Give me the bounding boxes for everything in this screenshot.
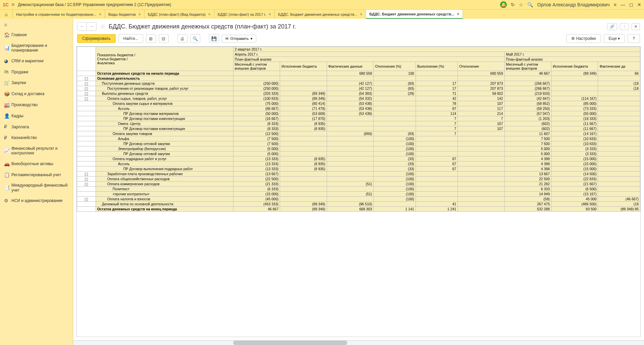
- sidebar-item-4[interactable]: 🛒Закупки: [0, 77, 73, 88]
- forward-button[interactable]: →: [87, 22, 96, 30]
- send-button[interactable]: ✉ Отправить ▾: [222, 35, 257, 43]
- collapse-box-icon[interactable]: −: [85, 87, 88, 90]
- table-row[interactable]: <прочие контрагенты>(15 000)(51)(100)14 …: [77, 192, 640, 197]
- table-row[interactable]: Остаток денежных средств на конец период…: [77, 207, 640, 212]
- sidebar-item-14[interactable]: ⚙НСИ и администрирование: [0, 195, 73, 206]
- sidebar-item-8[interactable]: ₽Зарплата: [0, 121, 73, 132]
- sidebar-item-11[interactable]: 🚗Внеоборотные активы: [0, 158, 73, 169]
- table-row[interactable]: ПР Договор поставки комплектующих(8 333)…: [77, 126, 640, 131]
- table-row[interactable]: Остаток денежных средств на начало перио…: [77, 71, 640, 76]
- table-row[interactable]: Оплата подрядных работ и услуг(13 333)(8…: [77, 156, 640, 161]
- menu-lines-icon[interactable]: ≡: [614, 2, 616, 7]
- table-row[interactable]: −Оплата сырья, товаров, работ, услуг(100…: [77, 96, 640, 101]
- sidebar-item-7[interactable]: 👤Кадры: [0, 111, 73, 122]
- user-name[interactable]: Орлов Александр Владимирович: [537, 2, 609, 7]
- help-button[interactable]: ?: [628, 34, 640, 43]
- collapse-box-icon[interactable]: −: [85, 77, 88, 80]
- more-button[interactable]: Еще ▾: [604, 34, 625, 43]
- table-row[interactable]: ПР Договор оптовой закупки(7 500)(100)7 …: [77, 141, 640, 146]
- report-area[interactable]: Показатель бюджетов / Статья бюджетов / …: [76, 46, 641, 337]
- table-row[interactable]: Альфа(7 500)(100)7 500(10 833): [77, 136, 640, 141]
- search-icon[interactable]: 🔍: [527, 2, 533, 7]
- save-icon[interactable]: 💾: [209, 34, 219, 43]
- collapse-box-icon[interactable]: −: [85, 198, 88, 201]
- table-row[interactable]: ПР Договор выполнения подрядных работ(13…: [77, 166, 640, 171]
- close-icon[interactable]: ✕: [637, 2, 641, 7]
- table-row[interactable]: −Выплаты денежных средств(203 333)(89 34…: [77, 91, 640, 96]
- bell-icon[interactable]: 🔔: [500, 1, 507, 8]
- preview-icon[interactable]: 🔍: [190, 34, 200, 43]
- cell: (15 000): [551, 166, 598, 171]
- sidebar-item-5[interactable]: 📦Склад и доставка: [0, 88, 73, 99]
- back-button[interactable]: ←: [77, 22, 87, 30]
- tab-close-icon[interactable]: ×: [139, 12, 141, 17]
- row-label: ПР Договор поставки материалов: [96, 111, 233, 116]
- link-icon[interactable]: 🔗: [607, 23, 617, 30]
- table-row[interactable]: ПР Договор поставки комплектующих(16 667…: [77, 116, 640, 121]
- table-row[interactable]: ПР Договор оптовой закупки(5 000)(100)5 …: [77, 151, 640, 156]
- tab-close-icon[interactable]: ×: [457, 12, 459, 16]
- minimize-icon[interactable]: —: [621, 2, 625, 7]
- tab-0[interactable]: Настройки и справочники по бюджетировани…: [13, 10, 105, 19]
- collapse-box-icon[interactable]: −: [85, 97, 88, 100]
- table-row[interactable]: Омега -Центр(8 333)(8 935)7107(602)(11 6…: [77, 121, 640, 126]
- horizontal-scrollbar[interactable]: [73, 340, 644, 345]
- tab-3[interactable]: БДДС (план-факт) за 2017 г.×: [214, 10, 275, 19]
- star-icon[interactable]: ☆: [519, 2, 523, 7]
- table-row[interactable]: −Поступления денежных средств(250 000)(4…: [77, 81, 640, 86]
- expand-icon[interactable]: ⊞: [146, 34, 156, 43]
- tab-5[interactable]: БДДС. Бюджет движения денежных средств..…: [366, 10, 463, 19]
- close-content-icon[interactable]: ✕: [632, 23, 640, 30]
- tab-2[interactable]: БДДС (план-факт) (Вид бюджета)×: [145, 10, 214, 19]
- sidebar-item-10[interactable]: 📈Финансовый результат и контроллинг: [0, 143, 73, 158]
- table-row[interactable]: Оплата закупки товаров(12 500)(893)(93)7…: [77, 131, 640, 136]
- table-row[interactable]: Денежный поток по основной деятельности(…: [77, 202, 640, 207]
- kebab-icon[interactable]: ⋮: [620, 23, 629, 30]
- sidebar-item-9[interactable]: ₽Казначейство: [0, 132, 73, 143]
- sidebar-toggle-icon[interactable]: ≡: [0, 21, 73, 29]
- table-row[interactable]: −Основная деятельность: [77, 76, 640, 81]
- tab-close-icon[interactable]: ×: [208, 12, 211, 17]
- collapse-icon[interactable]: ⊟: [159, 34, 169, 43]
- sidebar-item-12[interactable]: 📋Регламентированный учет: [0, 169, 73, 181]
- table-row[interactable]: Электроприбор (Белоруссия)(5 000)(100)5 …: [77, 146, 640, 151]
- tab-1[interactable]: Виды бюджетов×: [105, 10, 145, 19]
- collapse-box-icon[interactable]: −: [85, 178, 88, 181]
- table-row[interactable]: −Поступления от реализации товаров, рабо…: [77, 86, 640, 91]
- cell: (8 333): [233, 126, 280, 131]
- settings-button[interactable]: ⚙ Настройки: [566, 34, 601, 43]
- collapse-box-icon[interactable]: −: [85, 173, 88, 176]
- collapse-box-icon[interactable]: −: [85, 183, 88, 186]
- table-row[interactable]: −Оплата коммерческих расходов(21 333)(51…: [77, 182, 640, 187]
- sidebar-item-3[interactable]: 🛍Продажи: [0, 66, 73, 77]
- table-row[interactable]: ПР Договор поставки материалов(50 000)(5…: [77, 111, 640, 116]
- find-button[interactable]: Найти...: [118, 34, 143, 43]
- collapse-box-icon[interactable]: −: [85, 82, 88, 85]
- tab-close-icon[interactable]: ×: [269, 12, 271, 17]
- table-row[interactable]: Ассоль(13 333)(8 935)(33)674 398(15 000): [77, 161, 640, 166]
- tab-close-icon[interactable]: ×: [99, 12, 101, 17]
- sidebar-item-2[interactable]: ◕CRM и маркетинг: [0, 56, 73, 67]
- table-row[interactable]: −Оплата налогов и взносов(45 000)(100)(5…: [77, 197, 640, 202]
- history-icon[interactable]: ↻: [511, 2, 515, 7]
- favorite-icon[interactable]: ☆: [100, 23, 105, 30]
- cell: 532 288: [504, 207, 551, 212]
- print-icon[interactable]: 🖨: [177, 34, 187, 43]
- sidebar-item-13[interactable]: 📑Международный финансовый учет: [0, 180, 73, 195]
- form-button[interactable]: Сформировать: [77, 34, 116, 43]
- sidebar-item-6[interactable]: 🏭Производство: [0, 99, 73, 111]
- scroll-thumb[interactable]: [233, 341, 347, 345]
- tab-close-icon[interactable]: ×: [360, 12, 362, 17]
- table-row[interactable]: Ассоль(66 667)(71 479)(53 438)87117(58 2…: [77, 106, 640, 111]
- table-row[interactable]: −Заработная плата производственных рабоч…: [77, 171, 640, 177]
- tab-4[interactable]: БДДС. Бюджет движения денежных средств..…: [275, 10, 366, 19]
- sidebar-item-0[interactable]: 🏠Главное: [0, 29, 73, 41]
- hamburger-icon[interactable]: ≡: [11, 2, 14, 8]
- collapse-box-icon[interactable]: −: [85, 92, 88, 95]
- table-row[interactable]: Оплата закупки сырья и материалов(75 000…: [77, 101, 640, 106]
- table-row[interactable]: −Оплата общехозяйственных расходов(22 50…: [77, 177, 640, 182]
- sidebar-item-1[interactable]: 📊Бюджетирование и планирование: [0, 41, 73, 56]
- home-tab[interactable]: ⌂: [0, 10, 13, 19]
- maximize-icon[interactable]: ◻: [629, 2, 633, 7]
- table-row[interactable]: Политекст(6 333)(100)6 333(6 500): [77, 187, 640, 192]
